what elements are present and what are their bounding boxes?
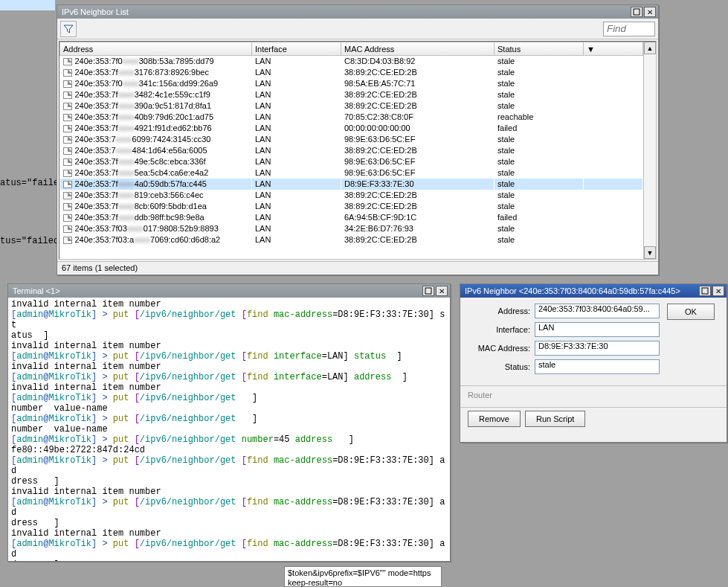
cell-status: reachable: [495, 112, 584, 123]
window-title: IPv6 Neighbor List: [62, 7, 631, 16]
cell-status: stale: [495, 201, 584, 212]
cell-address: 240e:353:7fxxxx390a:9c51:817d:8fa1: [60, 100, 252, 112]
table-row[interactable]: 240e:353:7f03:axxxx7069:cd60:d6d8:a2LAN3…: [60, 234, 643, 246]
titlebar-list[interactable]: IPv6 Neighbor List ✕: [57, 5, 658, 19]
file-icon: [63, 203, 72, 211]
close-button[interactable]: ✕: [644, 7, 656, 17]
table-row[interactable]: 240e:353:7fxxxx819:ceb3:566:c4ecLAN38:89…: [60, 190, 643, 201]
table-row[interactable]: 240e:353:7f03xxxx017:9808:52b9:8893LAN34…: [60, 223, 643, 234]
file-icon: [63, 69, 72, 77]
cell-mac: 98:9E:63:D6:5C:EF: [341, 167, 495, 179]
close-button[interactable]: ✕: [712, 286, 724, 296]
close-button[interactable]: ✕: [436, 286, 448, 296]
titlebar-detail[interactable]: IPv6 Neighbor <240e:353:7f03:8400:64a0:5…: [460, 284, 727, 298]
col-spacer[interactable]: ▼: [584, 42, 643, 56]
cell-address: 240e:353:7fxxxx4921:f91d:ed62:bb76: [60, 123, 252, 134]
cell-interface: LAN: [252, 78, 341, 89]
cell-mac: 38:89:2C:CE:ED:2B: [341, 89, 495, 100]
cell-mac: C8:3D:D4:03:B8:92: [341, 56, 495, 67]
svg-rect-0: [634, 9, 640, 15]
file-icon: [63, 92, 72, 99]
cell-mac: 98:9E:63:D6:5C:EF: [341, 134, 495, 145]
file-icon: [63, 136, 72, 144]
table-row[interactable]: 240e:353:7fxxxx40b9:79d6:20c1:ad75LAN70:…: [60, 112, 643, 123]
cell-interface: LAN: [252, 89, 341, 100]
label-status: Status:: [468, 362, 535, 371]
grid: Address Interface MAC Address Status ▼ 2…: [59, 41, 657, 260]
table-row[interactable]: 240e:353:7fxxxx49e:5c8c:ebca:336fLAN98:9…: [60, 156, 643, 167]
cell-interface: LAN: [252, 67, 341, 78]
cell-address: 240e:353:7f0xxxx341c:156a:dd99:26a9: [60, 78, 252, 89]
cell-address: 240e:353:7f0xxxx308b:53a:7895:dd79: [60, 56, 252, 67]
table-row[interactable]: 240e:353:7fxxxx390a:9c51:817d:8fa1LAN38:…: [60, 100, 643, 112]
table-row[interactable]: 240e:353:7fxxxx3482:4c1e:559c:c1f9LAN38:…: [60, 89, 643, 100]
svg-rect-1: [425, 288, 431, 294]
separator: [460, 385, 727, 386]
detail-form: Address:240e:353:7f03:8400:64a0:59... In…: [460, 298, 727, 382]
cell-address: 240e:353:7fxxxx8cb:60f9:5bdb:d1ea: [60, 201, 252, 212]
file-icon: [63, 192, 72, 199]
cell-interface: LAN: [252, 123, 341, 134]
cell-interface: LAN: [252, 134, 341, 145]
cell-status: stale: [495, 134, 584, 145]
col-status[interactable]: Status: [495, 42, 584, 56]
titlebar-terminal[interactable]: Terminal <1> ✕: [8, 284, 450, 298]
table-row[interactable]: 240e:353:7fxxxx5ea:5cb4:ca6e:e4a2LAN98:9…: [60, 167, 643, 179]
table-row[interactable]: 240e:353:7fxxxx8cb:60f9:5bdb:d1eaLAN38:8…: [60, 201, 643, 212]
field-status[interactable]: stale: [535, 359, 660, 374]
funnel-icon: [63, 24, 74, 34]
minimize-button[interactable]: [631, 7, 642, 17]
scroll-track[interactable]: [644, 54, 656, 246]
minimize-button[interactable]: [422, 286, 434, 296]
svg-rect-2: [702, 288, 708, 294]
table-row[interactable]: 240e:353:7f0xxxx341c:156a:dd99:26a9LAN98…: [60, 78, 643, 89]
cell-address: 240e:353:7xxxx484:1d64:e56a:6005: [60, 145, 252, 156]
table-row[interactable]: 240e:353:7fxxxx4921:f91d:ed62:bb76LAN00:…: [60, 123, 643, 134]
table-row[interactable]: 240e:353:7xxxx6099:7424:3145:cc30LAN98:9…: [60, 134, 643, 145]
table-row[interactable]: 240e:353:7fxxxx3176:873:8926:9becLAN38:8…: [60, 67, 643, 78]
bg-selection-strip: [0, 0, 55, 10]
cell-status: stale: [495, 156, 584, 167]
col-mac[interactable]: MAC Address: [341, 42, 495, 56]
file-icon: [63, 158, 72, 166]
bg-snippet-box: $token&ipv6prefix=$IPV6"" mode=https kee…: [284, 566, 442, 587]
cell-status: stale: [495, 145, 584, 156]
cell-interface: LAN: [252, 223, 341, 234]
table-row[interactable]: 240e:353:7fxxxx4a0:59db:57fa:c445LAND8:9…: [60, 179, 643, 190]
scroll-up-button[interactable]: ▲: [644, 42, 656, 54]
cell-interface: LAN: [252, 156, 341, 167]
cell-status: stale: [495, 179, 584, 190]
ok-button[interactable]: OK: [667, 304, 715, 320]
file-icon: [63, 114, 72, 121]
table-row[interactable]: 240e:353:7fxxxxddb:98ff:bc98:9e8aLAN6A:9…: [60, 212, 643, 223]
window-terminal: Terminal <1> ✕ invalid internal item num…: [7, 283, 451, 562]
field-interface[interactable]: LAN: [535, 322, 660, 337]
run-script-button[interactable]: Run Script: [525, 411, 585, 427]
remove-button[interactable]: Remove: [468, 411, 521, 427]
cell-address: 240e:353:7xxxx6099:7424:3145:cc30: [60, 134, 252, 145]
window-title: IPv6 Neighbor <240e:353:7f03:8400:64a0:5…: [465, 286, 699, 295]
terminal-body[interactable]: invalid internal item number[admin@Mikro…: [8, 298, 450, 561]
field-address[interactable]: 240e:353:7f03:8400:64a0:59...: [535, 304, 660, 318]
file-icon: [63, 181, 72, 188]
file-icon: [63, 125, 72, 132]
filter-button[interactable]: [60, 21, 77, 37]
cell-status: stale: [495, 167, 584, 179]
minimize-button[interactable]: [699, 286, 711, 296]
neighbor-table: Address Interface MAC Address Status ▼ 2…: [59, 42, 643, 246]
file-icon: [63, 170, 72, 177]
table-row[interactable]: 240e:353:7f0xxxx308b:53a:7895:dd79LANC8:…: [60, 56, 643, 67]
scroll-down-button[interactable]: ▼: [644, 246, 656, 259]
table-row[interactable]: 240e:353:7xxxx484:1d64:e56a:6005LAN38:89…: [60, 145, 643, 156]
vertical-scrollbar[interactable]: ▲ ▼: [643, 42, 656, 259]
cell-mac: D8:9E:F3:33:7E:30: [341, 179, 495, 190]
status-bar: 67 items (1 selected): [57, 261, 658, 275]
col-interface[interactable]: Interface: [252, 42, 341, 56]
cell-status: stale: [495, 190, 584, 201]
col-address[interactable]: Address: [60, 42, 252, 56]
field-mac[interactable]: D8:9E:F3:33:7E:30: [535, 341, 660, 356]
grid-scroll-area[interactable]: Address Interface MAC Address Status ▼ 2…: [59, 42, 643, 259]
file-icon: [63, 214, 72, 222]
cell-mac: 38:89:2C:CE:ED:2B: [341, 145, 495, 156]
find-input[interactable]: [603, 22, 655, 36]
